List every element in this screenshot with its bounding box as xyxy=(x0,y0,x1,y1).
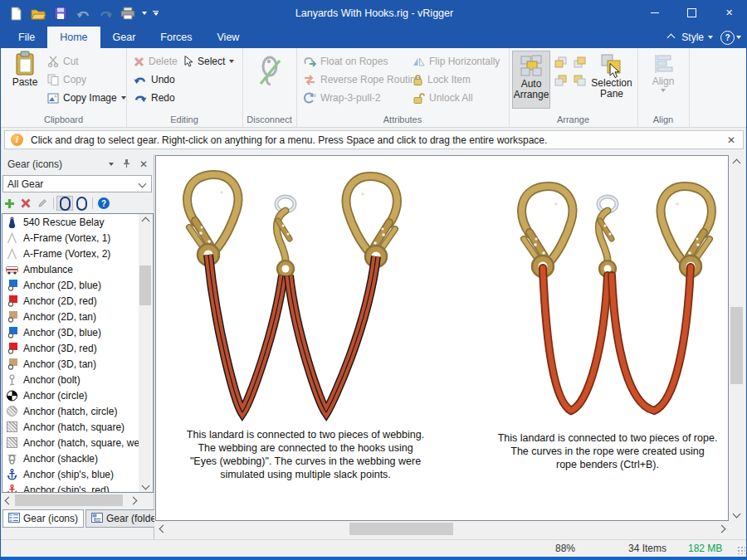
gear-item[interactable]: Anchor (shackle) xyxy=(2,450,153,466)
webbing-piece-2[interactable] xyxy=(289,256,376,412)
gear-item[interactable]: Anchor (ship's, red) xyxy=(2,482,153,493)
panel-close-icon[interactable]: ✕ xyxy=(139,158,148,170)
copy-button[interactable]: Copy xyxy=(47,71,86,88)
delete-button[interactable]: Delete xyxy=(134,53,178,70)
send-backward-button[interactable] xyxy=(552,73,569,88)
close-button[interactable]: ✕ xyxy=(710,0,747,25)
float-on-ropes-button[interactable]: Float on Ropes xyxy=(303,53,388,70)
gear-item[interactable]: A-Frame (Vortex, 1) xyxy=(2,230,153,246)
rope-piece-2[interactable] xyxy=(612,267,691,411)
edit-gear-button[interactable] xyxy=(34,196,51,211)
minimize-button[interactable] xyxy=(636,0,673,25)
wrap-3-pull-2-button[interactable]: W Wrap-3-pull-2 xyxy=(303,90,380,106)
gear-item[interactable]: 540 Rescue Belay xyxy=(2,214,153,230)
zoom-level[interactable]: 88% xyxy=(555,543,575,554)
carabiner-view-1-button[interactable] xyxy=(56,196,73,211)
undo-button[interactable]: Undo xyxy=(134,71,175,88)
flip-horizontally-button[interactable]: Flip Horizontally xyxy=(413,53,500,70)
canvas-hscrollbar[interactable] xyxy=(155,522,729,536)
gear-item[interactable]: Anchor (2D, tan) xyxy=(2,309,153,324)
bring-to-front-button[interactable] xyxy=(571,55,588,70)
scroll-up-icon[interactable] xyxy=(139,216,152,226)
tab-home[interactable]: Home xyxy=(47,27,100,48)
reverse-rope-routing-button[interactable]: Reverse Rope Routing xyxy=(303,71,421,88)
gear-list-vscrollbar[interactable] xyxy=(139,214,152,492)
scroll-up-icon[interactable] xyxy=(730,158,744,168)
gear-item[interactable]: Anchor (hatch, square, web xyxy=(2,435,153,450)
gear-help-button[interactable]: ? xyxy=(95,196,112,211)
scroll-down-icon[interactable] xyxy=(139,480,152,490)
gear-item[interactable]: Ambulance xyxy=(2,261,153,277)
style-button[interactable]: Style xyxy=(681,32,713,43)
lock-item-button[interactable]: Lock Item xyxy=(413,71,471,88)
lanyard-rope-assembly[interactable] xyxy=(522,187,712,411)
cut-button[interactable]: Cut xyxy=(47,53,79,70)
resize-grip[interactable] xyxy=(737,546,745,554)
delete-gear-button[interactable] xyxy=(17,196,34,211)
gear-item-label: Anchor (circle) xyxy=(23,390,87,402)
align-button[interactable]: Align xyxy=(644,51,682,109)
group-label-editing: Editing xyxy=(126,114,242,124)
disconnect-button[interactable] xyxy=(254,51,286,109)
scroll-left-icon[interactable] xyxy=(3,494,13,507)
lock-icon xyxy=(413,74,423,85)
gear-item[interactable]: Anchor (hatch, square) xyxy=(2,419,153,435)
gear-item[interactable]: Anchor (2D, blue) xyxy=(2,277,153,293)
gear-list-hscrollbar[interactable] xyxy=(2,494,139,507)
carabiner-view-2-button[interactable] xyxy=(73,196,90,211)
gear-item[interactable]: Anchor (3D, blue) xyxy=(2,324,153,340)
info-bar-close-icon[interactable]: ✕ xyxy=(727,134,735,146)
canvas-vscrollbar[interactable] xyxy=(730,155,744,521)
gear-item[interactable]: Anchor (2D, red) xyxy=(2,293,153,309)
panel-tab-gear-icons[interactable]: Gear (icons) xyxy=(2,509,84,528)
carabiner-icon xyxy=(76,197,87,211)
select-button[interactable]: Select xyxy=(184,53,234,70)
help-button[interactable]: ? xyxy=(720,31,741,45)
gear-item[interactable]: A-Frame (Vortex, 2) xyxy=(2,246,153,261)
rope-piece-1[interactable] xyxy=(543,268,608,411)
gear-item[interactable]: Anchor (hatch, circle) xyxy=(2,403,153,419)
paste-button[interactable]: Paste xyxy=(7,51,42,109)
pin-icon[interactable] xyxy=(123,158,130,170)
scroll-thumb[interactable] xyxy=(349,523,453,535)
scroll-down-icon[interactable] xyxy=(730,509,744,519)
add-gear-button[interactable] xyxy=(1,196,17,211)
scroll-thumb[interactable] xyxy=(139,265,151,305)
redo-button[interactable]: Redo xyxy=(134,90,175,106)
lanyard-webbing-assembly[interactable] xyxy=(188,175,398,412)
gear-item[interactable]: Anchor (3D, tan) xyxy=(2,356,153,372)
scroll-thumb[interactable] xyxy=(730,307,743,384)
float-on-ropes-icon xyxy=(303,56,316,67)
gear-item-label: Anchor (hatch, square, web xyxy=(23,437,145,449)
tab-gear[interactable]: Gear xyxy=(100,27,149,48)
tab-view[interactable]: View xyxy=(205,27,252,48)
bring-forward-button[interactable] xyxy=(552,55,569,70)
scroll-right-icon[interactable] xyxy=(128,494,138,507)
status-bar: 88% 34 Items 182 MB xyxy=(1,539,747,557)
scroll-thumb[interactable] xyxy=(15,494,123,506)
gear-item[interactable]: Anchor (circle) xyxy=(2,387,153,403)
scroll-right-icon[interactable] xyxy=(716,522,726,536)
auto-arrange-button[interactable]: Auto Arrange xyxy=(512,51,550,109)
collapse-ribbon-icon[interactable] xyxy=(667,33,676,41)
gear-item[interactable]: Anchor (bolt) xyxy=(2,372,153,387)
tab-file[interactable]: File xyxy=(6,27,47,48)
tab-forces[interactable]: Forces xyxy=(148,27,204,48)
maximize-button[interactable] xyxy=(673,0,710,25)
copy-image-button[interactable]: Copy Image xyxy=(47,90,126,106)
workspace-canvas[interactable]: This landard is connected to two pieces … xyxy=(154,154,745,539)
rigging-workspace[interactable]: This landard is connected to two pieces … xyxy=(155,155,729,521)
gear-panel-tabs: Gear (icons)Gear (folde... xyxy=(2,509,170,529)
group-arrange: Auto Arrange Selecti xyxy=(509,48,638,127)
gear-item[interactable]: Anchor (ship's, blue) xyxy=(2,466,153,482)
group-label-clipboard: Clipboard xyxy=(1,114,126,124)
unlock-all-button[interactable]: Unlock All xyxy=(413,90,473,106)
send-to-back-button[interactable] xyxy=(571,73,588,88)
gear-item[interactable]: Anchor (3D, red) xyxy=(2,340,153,356)
anchor-bolt-icon xyxy=(6,374,18,386)
webbing-piece-1[interactable] xyxy=(208,255,283,412)
gear-filter-select[interactable]: All Gear xyxy=(2,175,152,192)
gear-panel-header[interactable]: Gear (icons) ✕ xyxy=(1,154,154,173)
scroll-left-icon[interactable] xyxy=(158,522,168,536)
panel-menu-icon[interactable] xyxy=(109,163,114,166)
